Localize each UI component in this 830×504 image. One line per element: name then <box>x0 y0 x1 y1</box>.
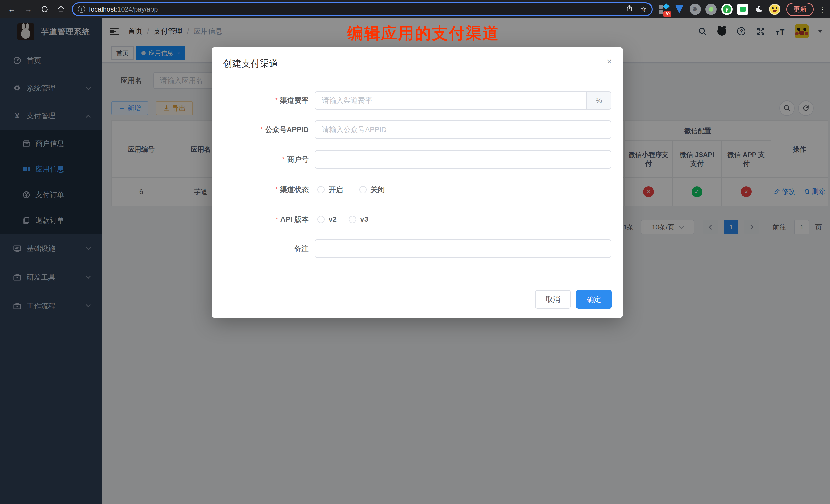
browser-chrome: ← → i localhost:1024/pay/app ☆ 10 ⌘ y <box>0 0 830 19</box>
merchant-input[interactable] <box>315 150 611 169</box>
share-icon[interactable] <box>626 4 633 14</box>
bookmark-star-icon[interactable]: ☆ <box>640 5 646 13</box>
status-on-radio[interactable]: 开启 <box>317 185 343 195</box>
extension-y-icon[interactable]: y <box>721 4 733 15</box>
profile-avatar-icon[interactable] <box>769 4 780 15</box>
browser-extensions: 10 ⌘ y <box>658 4 780 15</box>
api-v2-radio[interactable]: v2 <box>317 215 337 224</box>
confirm-button[interactable]: 确定 <box>576 290 612 309</box>
rate-label: *渠道费率 <box>212 91 309 110</box>
extensions-puzzle-icon[interactable] <box>753 4 764 15</box>
browser-reload-icon[interactable] <box>40 5 49 14</box>
browser-update-button[interactable]: 更新 <box>787 3 813 16</box>
dialog-title: 创建支付渠道 <box>223 57 278 70</box>
merchant-label: *商户号 <box>212 150 309 169</box>
status-label: *渠道状态 <box>212 184 309 196</box>
close-icon[interactable]: × <box>606 56 612 66</box>
api-version-label: *API 版本 <box>212 213 309 226</box>
rate-input[interactable] <box>315 92 586 109</box>
site-info-icon[interactable]: i <box>78 6 85 13</box>
remark-label: 备注 <box>212 240 309 258</box>
extension-command-icon[interactable]: ⌘ <box>690 4 701 15</box>
appid-input[interactable] <box>315 121 611 139</box>
extension-badge: 10 <box>663 11 671 17</box>
browser-menu-icon[interactable]: ⋮ <box>819 5 826 13</box>
url-text: localhost:1024/pay/app <box>89 5 158 13</box>
extension-chat-icon[interactable] <box>737 4 748 15</box>
api-v3-radio[interactable]: v3 <box>349 215 368 224</box>
rate-input-group: % <box>315 91 611 110</box>
status-off-radio[interactable]: 关闭 <box>359 185 385 195</box>
percent-suffix: % <box>586 92 611 109</box>
address-bar[interactable]: i localhost:1024/pay/app ☆ <box>72 2 652 16</box>
extension-tiles-icon[interactable]: 10 <box>658 4 669 15</box>
browser-back-icon[interactable]: ← <box>7 5 17 14</box>
cancel-button[interactable]: 取消 <box>535 290 571 309</box>
remark-input[interactable] <box>315 240 611 258</box>
extension-record-icon[interactable] <box>705 4 717 15</box>
extension-kite-icon[interactable] <box>674 4 685 15</box>
browser-forward-icon[interactable]: → <box>24 5 33 14</box>
create-channel-dialog: 创建支付渠道 × *渠道费率 % *公众号APPID *商户号 *渠道状态 开启… <box>212 47 623 318</box>
browser-home-icon[interactable] <box>56 5 66 14</box>
appid-label: *公众号APPID <box>212 121 309 139</box>
